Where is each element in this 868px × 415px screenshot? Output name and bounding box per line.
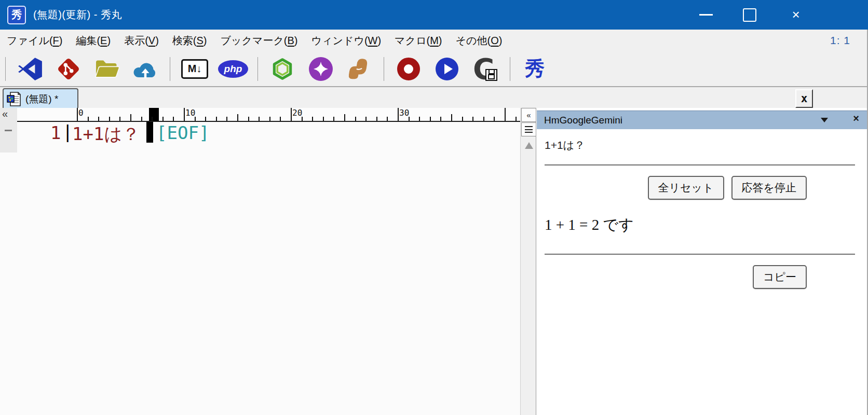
ruler-tick	[152, 117, 153, 121]
app-icon[interactable]: 秀	[7, 6, 26, 24]
ruler-tick	[130, 114, 131, 121]
tab-close-button[interactable]: x	[795, 89, 813, 108]
ruler-major-tick	[505, 108, 506, 121]
toolbar-separator	[510, 57, 510, 81]
ruler-tick	[440, 117, 441, 121]
ruler-tick	[98, 117, 99, 121]
ruler-tick	[205, 117, 206, 121]
menu-macro[interactable]: マクロ(M)	[388, 32, 449, 50]
copy-button[interactable]: コピー	[753, 265, 807, 289]
ruler-tick	[237, 114, 238, 121]
titlebar: 秀 (無題)(更新) - 秀丸 ×	[0, 0, 868, 30]
ruler-tick	[216, 117, 217, 121]
ruler: 0102030	[17, 108, 520, 122]
response-text: 1 + 1 = 2 です	[545, 215, 634, 236]
menu-other[interactable]: その他(O)	[449, 32, 509, 50]
editor-line-1: 1 | 1+1は？ [EOF]	[0, 121, 520, 145]
window-title: (無題)(更新) - 秀丸	[33, 8, 122, 22]
ruler-tick	[494, 117, 495, 121]
floppy-disk-shape	[485, 69, 497, 81]
reset-all-button[interactable]: 全リセット	[648, 176, 724, 200]
ruler-tick	[483, 117, 484, 121]
cloud-upload-icon[interactable]	[126, 54, 165, 84]
ruler-major-tick	[291, 108, 292, 121]
menu-file[interactable]: ファイル(F)	[0, 32, 69, 50]
ruler-tick	[344, 114, 345, 121]
menu-edit[interactable]: 編集(E)	[69, 32, 117, 50]
menu-window[interactable]: ウィンドウ(W)	[305, 32, 388, 50]
gemini-icon[interactable]	[302, 54, 340, 84]
menu-bookmark[interactable]: ブックマーク(B)	[214, 32, 305, 50]
claude-icon[interactable]	[340, 54, 378, 84]
collapse-right-button[interactable]: «	[521, 108, 536, 122]
chatgpt-icon[interactable]	[263, 54, 302, 84]
menu-search[interactable]: 検索(S)	[166, 32, 214, 50]
git-icon[interactable]	[49, 54, 88, 84]
cloud-shape	[132, 57, 159, 81]
maximize-button[interactable]	[729, 0, 770, 30]
ruler-number: 30	[399, 108, 409, 118]
record-macro-icon[interactable]	[389, 54, 428, 84]
tabbar: (無題) * x	[0, 87, 868, 109]
ruler-tick	[333, 117, 334, 121]
markdown-icon[interactable]: M↓	[175, 54, 214, 84]
outline-list-button[interactable]	[521, 122, 536, 136]
ruler-tick	[516, 117, 517, 121]
menu-view[interactable]: 表示(V)	[117, 32, 166, 50]
menubar-items: ファイル(F)編集(E)表示(V)検索(S)ブックマーク(B)ウィンドウ(W)マ…	[0, 32, 509, 50]
folder-icon[interactable]	[88, 54, 126, 84]
ruler-caret-marker	[149, 108, 159, 121]
stop-response-button[interactable]: 応答を停止	[731, 176, 807, 200]
folder-shape	[93, 57, 120, 81]
ruler-tick	[462, 117, 463, 121]
editor-area[interactable]: « 0102030 1 | 1+1は？ [EOF]	[0, 108, 520, 415]
collapse-left-icon[interactable]: «	[2, 108, 8, 120]
ruler-tick	[280, 117, 281, 121]
line-number: 1	[50, 122, 61, 143]
php-icon[interactable]: php	[214, 54, 252, 84]
minimize-button[interactable]	[685, 0, 727, 30]
editor-text: 1+1は？	[72, 122, 140, 146]
ruler-tick	[226, 117, 227, 121]
hidemaru-window: 秀 (無題)(更新) - 秀丸 × ファイル(F)編集(E)表示(V)検索(S)…	[0, 0, 868, 415]
close-button[interactable]: ×	[775, 0, 817, 30]
ruler-tick	[195, 117, 196, 121]
ruler-tick	[451, 114, 452, 121]
ruler-number: 20	[292, 108, 302, 118]
markdown-label: M↓	[188, 63, 202, 75]
ruler-major-tick	[77, 108, 78, 121]
ruler-tick	[141, 117, 142, 121]
ruler-tick	[419, 117, 420, 121]
ruler-number: 0	[78, 108, 84, 118]
main-area: « 0102030 1 | 1+1は？ [EOF] «	[0, 108, 868, 415]
panel-button-row: 全リセット 応答を停止	[648, 176, 807, 200]
menubar: ファイル(F)編集(E)表示(V)検索(S)ブックマーク(B)ウィンドウ(W)マ…	[0, 30, 868, 51]
vscode-logo-shape	[17, 56, 43, 82]
ruler-tick	[365, 117, 367, 121]
panel-dropdown-icon[interactable]	[821, 118, 828, 122]
play-macro-icon[interactable]	[428, 54, 466, 84]
panel-close-icon[interactable]: ×	[853, 113, 859, 125]
chevron-left-icon: «	[526, 110, 531, 119]
hidemaru-icon[interactable]: 秀	[516, 54, 554, 84]
chatgpt-knot-shape	[269, 56, 295, 82]
cursor-position-indicator: 1: 1	[830, 30, 850, 51]
text-caret	[146, 122, 153, 143]
scroll-up-icon[interactable]	[525, 142, 533, 149]
tab-untitled[interactable]: (無題) *	[3, 88, 78, 109]
panel-header[interactable]: HmGoogleGemini ×	[537, 110, 867, 129]
divider	[545, 164, 855, 165]
ruler-tick	[409, 117, 410, 121]
four-point-star-shape	[313, 61, 329, 77]
eof-marker: [EOF]	[156, 122, 209, 143]
toolbar: M↓ php C 秀	[0, 51, 868, 87]
minimize-icon	[699, 14, 713, 16]
ruler-tick	[302, 117, 303, 121]
save-macro-icon[interactable]: C	[466, 54, 505, 84]
toolbar-separator	[384, 57, 384, 81]
close-icon: ×	[792, 7, 799, 23]
app-icon-glyph: 秀	[11, 8, 22, 22]
ruler-tick	[387, 117, 388, 121]
editor-scrollbar[interactable]: «	[520, 108, 536, 415]
vscode-icon[interactable]	[11, 54, 49, 84]
